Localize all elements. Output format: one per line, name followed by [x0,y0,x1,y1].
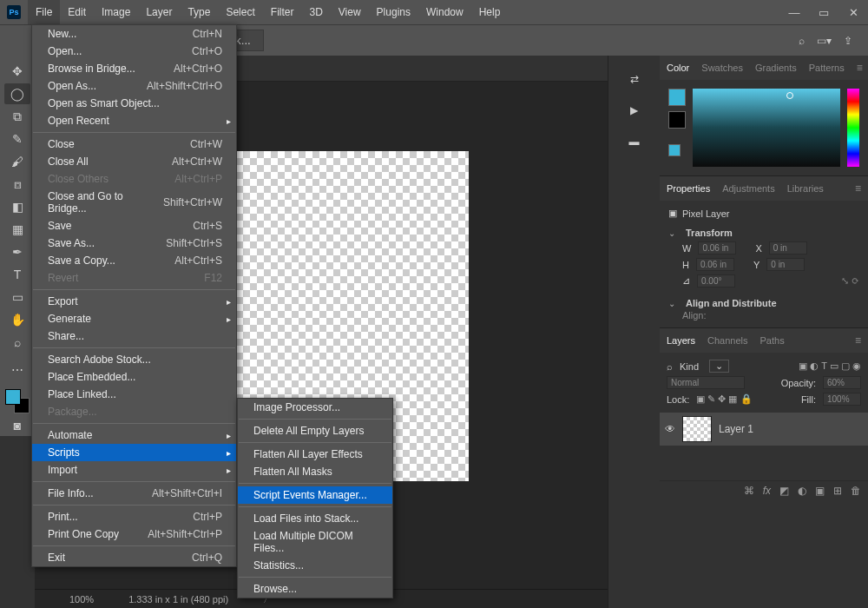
color-swatch[interactable] [5,389,30,413]
menu-item[interactable]: File Info...Alt+Shift+Ctrl+I [32,485,236,502]
menu-item[interactable]: Share... [32,327,236,345]
menu-item[interactable]: Export [32,293,236,310]
adjust-icon[interactable]: ◐ [798,485,806,497]
menu-item[interactable]: Delete All Empty Layers [238,422,392,439]
menu-item[interactable]: Search Adobe Stock... [32,351,236,368]
menu-item[interactable]: Browse in Bridge...Alt+Ctrl+O [32,60,236,77]
menu-item[interactable]: Flatten All Masks [238,463,392,480]
menu-item[interactable]: Scripts [32,444,236,461]
menu-filter[interactable]: Filter [263,0,302,24]
menu-item[interactable]: Automate [32,426,236,444]
fx-icon[interactable]: fx [763,485,771,497]
layer-row[interactable]: 👁 Layer 1 [660,413,868,446]
menu-item[interactable]: Open Recent [32,112,236,129]
tab-paths[interactable]: Paths [760,335,785,346]
menu-item[interactable]: CloseCtrl+W [32,135,236,153]
opacity-field[interactable]: 60% [823,376,861,389]
menu-item[interactable]: Flatten All Layer Effects [238,446,392,463]
menu-item[interactable]: Save a Copy...Alt+Ctrl+S [32,252,236,269]
type-tool[interactable]: T [4,264,30,285]
x-field[interactable] [769,241,807,254]
fg-swatch[interactable] [668,89,686,106]
doc-info[interactable]: 1.333 in x 1 in (480 ppi) [128,594,228,605]
menu-item[interactable]: Image Processor... [238,399,392,416]
link-icon[interactable]: ⌘ [744,485,754,497]
menu-item[interactable]: Print One CopyAlt+Shift+Ctrl+P [32,525,236,543]
height-field[interactable] [696,258,734,271]
maximize-icon[interactable]: ▭ [809,0,838,24]
tab-libraries[interactable]: Libraries [787,183,824,194]
menu-3d[interactable]: 3D [301,0,330,24]
eyedropper-tool[interactable]: ✎ [4,129,30,149]
panel-menu-icon[interactable]: ≡ [855,182,861,195]
eraser-tool[interactable]: ◧ [4,196,30,217]
workspace-icon[interactable]: ▭▾ [817,35,832,47]
menu-layer[interactable]: Layer [138,0,180,24]
clone-tool[interactable]: ⧈ [4,174,30,195]
blend-mode[interactable]: Normal [667,376,745,389]
rail-icon[interactable]: ⇄ [630,73,639,85]
layer-thumb[interactable] [682,416,712,442]
quickmask-tool[interactable]: ◙ [4,415,30,436]
trash-icon[interactable]: 🗑 [851,485,861,497]
menu-item[interactable]: ExitCtrl+Q [32,549,236,566]
tab-channels[interactable]: Channels [707,335,747,346]
menu-type[interactable]: Type [180,0,218,24]
zoom-tool[interactable]: ⌕ [4,332,30,353]
zoom-level[interactable]: 100% [69,594,94,605]
menu-item[interactable]: Save As...Shift+Ctrl+S [32,235,236,252]
menu-item[interactable]: Browse... [238,580,392,598]
menu-item[interactable]: Generate [32,310,236,327]
panel-menu-icon[interactable]: ≡ [855,334,861,347]
panel-menu-icon[interactable]: ≡ [857,62,863,74]
tab-properties[interactable]: Properties [667,183,710,194]
new-layer-icon[interactable]: ⊞ [833,485,842,497]
menu-item[interactable]: Open as Smart Object... [32,95,236,112]
gradient-tool[interactable]: ▦ [4,219,30,240]
menu-item[interactable]: Place Embedded... [32,368,236,386]
edit-toolbar[interactable]: ⋯ [4,360,30,380]
crop-tool[interactable]: ⧉ [4,106,30,127]
menu-item[interactable]: Open...Ctrl+O [32,43,236,60]
menu-item[interactable]: Script Events Manager... [238,486,392,504]
menu-item[interactable]: SaveCtrl+S [32,217,236,235]
tab-gradients[interactable]: Gradients [755,63,797,73]
share-icon[interactable]: ⇪ [844,35,852,47]
menu-item[interactable]: Import [32,461,236,479]
align-section[interactable]: Align and Distribute [686,298,777,308]
width-field[interactable] [698,241,736,254]
menu-item[interactable]: Statistics... [238,557,392,574]
visibility-icon[interactable]: 👁 [665,423,675,435]
menu-edit[interactable]: Edit [60,0,94,24]
menu-view[interactable]: View [331,0,369,24]
transform-section[interactable]: Transform [686,228,733,238]
layer-name[interactable]: Layer 1 [719,423,753,435]
tab-color[interactable]: Color [667,63,689,73]
tab-patterns[interactable]: Patterns [809,63,845,73]
move-tool[interactable]: ✥ [4,61,30,82]
hue-slider[interactable] [847,89,859,167]
menu-select[interactable]: Select [218,0,262,24]
mask-icon[interactable]: ◩ [779,485,789,497]
menu-item[interactable]: Place Linked... [32,386,236,403]
menu-item[interactable]: Print...Ctrl+P [32,508,236,525]
group-icon[interactable]: ▣ [815,485,825,497]
tab-swatches[interactable]: Swatches [701,63,743,73]
y-field[interactable] [766,258,805,271]
shape-tool[interactable]: ▭ [4,287,30,307]
menu-plugins[interactable]: Plugins [369,0,418,24]
menu-item[interactable]: Close and Go to Bridge...Shift+Ctrl+W [32,188,236,217]
hand-tool[interactable]: ✋ [4,309,30,330]
bg-swatch[interactable] [668,111,686,129]
tab-adjustments[interactable]: Adjustments [722,183,775,194]
brush-tool[interactable]: 🖌 [4,151,30,172]
menu-item[interactable]: New...Ctrl+N [32,25,236,43]
fill-field[interactable]: 100% [823,393,861,406]
pen-tool[interactable]: ✒ [4,241,30,262]
menu-item[interactable]: Close AllAlt+Ctrl+W [32,153,236,170]
menu-file[interactable]: File [28,0,60,24]
menu-item[interactable]: Open As...Alt+Shift+Ctrl+O [32,77,236,95]
menu-help[interactable]: Help [471,0,509,24]
menu-image[interactable]: Image [94,0,138,24]
angle-field[interactable] [697,274,735,287]
